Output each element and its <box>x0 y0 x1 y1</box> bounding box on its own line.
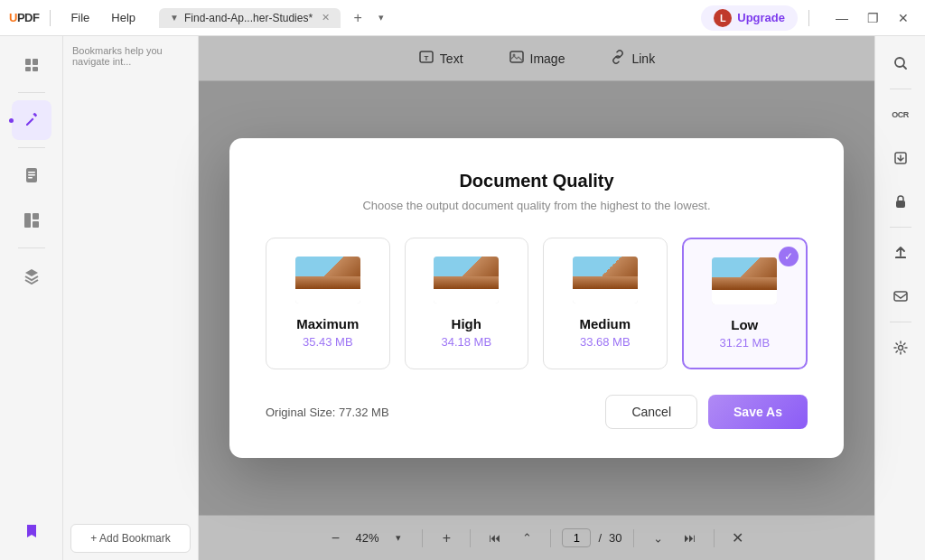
svg-rect-10 <box>33 221 39 228</box>
quality-name-maximum: Maximum <box>296 316 359 331</box>
titlebar-tab[interactable]: ▼ Find-and-Ap...her-Studies* ✕ <box>159 8 341 28</box>
sidebar-sep-1 <box>18 92 45 93</box>
sidebar-icon-edit[interactable] <box>12 100 51 140</box>
left-sidebar <box>0 36 63 560</box>
close-button[interactable]: ✕ <box>891 5 916 31</box>
pages-icon <box>23 56 41 74</box>
tab-name: Find-and-Ap...her-Studies* <box>184 12 313 24</box>
quality-card-low[interactable]: ✓ Low 31.21 MB <box>682 238 808 369</box>
svg-rect-2 <box>25 67 31 71</box>
menu-file[interactable]: File <box>61 7 98 28</box>
settings-icon <box>892 340 909 356</box>
cancel-button[interactable]: Cancel <box>605 395 697 429</box>
window-controls: — ❐ ✕ <box>829 5 916 31</box>
secure-button[interactable] <box>883 183 919 219</box>
quality-card-maximum[interactable]: ✓ Maximum 35.43 MB <box>266 238 390 369</box>
sidebar-icon-pages[interactable] <box>12 45 51 85</box>
bookmark-hint: Bookmarks help you navigate int... <box>72 45 163 67</box>
titlebar-divider-1 <box>50 10 51 26</box>
sidebar-icon-document[interactable] <box>12 155 51 195</box>
svg-rect-18 <box>894 292 907 301</box>
quality-size-medium: 33.68 MB <box>580 335 631 349</box>
share-icon <box>892 245 909 261</box>
document-quality-dialog: Document Quality Choose the output docum… <box>229 138 844 458</box>
sidebar-sep-2 <box>18 147 45 148</box>
app-logo: UPDF <box>9 11 39 24</box>
tab-dropdown-arrow: ▼ <box>170 13 179 23</box>
titlebar: UPDF File Help ▼ Find-and-Ap...her-Studi… <box>0 0 925 36</box>
tab-close-icon[interactable]: ✕ <box>322 12 330 23</box>
upgrade-label: Upgrade <box>737 11 785 24</box>
logo-u: U <box>9 11 17 24</box>
sidebar-icon-bookmark[interactable] <box>12 511 51 551</box>
search-panel-button[interactable] <box>883 45 919 81</box>
titlebar-menu: File Help <box>61 7 145 28</box>
panel-content: Bookmarks help you navigate int... <box>63 36 198 517</box>
sidebar-icon-layers[interactable] <box>12 256 51 295</box>
upgrade-button[interactable]: L Upgrade <box>701 5 798 31</box>
svg-rect-3 <box>33 67 38 71</box>
quality-options: ✓ Maximum 35.43 MB ✓ <box>266 238 808 369</box>
tab-arrow-button[interactable]: ▾ <box>378 12 384 23</box>
quality-card-medium[interactable]: ✓ Medium 33.68 MB <box>543 238 668 369</box>
add-bookmark-button[interactable]: + Add Bookmark <box>70 524 191 553</box>
quality-card-high[interactable]: ✓ High 34.18 MB <box>405 238 529 369</box>
dialog-footer: Original Size: 77.32 MB Cancel Save As <box>266 395 808 429</box>
main-layout: Bookmarks help you navigate int... + Add… <box>0 36 925 560</box>
sidebar-sep-3 <box>18 247 45 248</box>
svg-rect-6 <box>28 174 35 176</box>
edit-icon <box>23 111 41 129</box>
quality-size-maximum: 35.43 MB <box>303 335 353 349</box>
extract-icon <box>892 150 909 166</box>
content-area: T Text Image <box>199 36 874 560</box>
check-low: ✓ <box>779 247 799 266</box>
new-tab-button[interactable]: + <box>348 8 368 28</box>
extract-button[interactable] <box>883 140 919 176</box>
lock-icon <box>892 193 909 210</box>
dialog-title: Document Quality <box>266 171 808 191</box>
bookmark-icon <box>23 522 41 540</box>
quality-name-low: Low <box>731 317 758 332</box>
search-icon <box>892 55 909 71</box>
dialog-actions: Cancel Save As <box>605 395 808 429</box>
right-sidebar: OCR <box>874 36 925 560</box>
right-sidebar-sep-2 <box>890 227 911 228</box>
left-panel: Bookmarks help you navigate int... + Add… <box>63 36 199 560</box>
layers-icon <box>23 266 41 285</box>
svg-rect-1 <box>33 59 38 65</box>
quality-name-high: High <box>452 316 481 331</box>
dialog-subtitle: Choose the output document quality from … <box>266 199 808 212</box>
layout-icon <box>23 211 41 229</box>
thumbnail-low <box>712 257 777 304</box>
menu-help[interactable]: Help <box>102 7 145 28</box>
svg-point-19 <box>898 346 902 350</box>
titlebar-divider-2 <box>808 10 809 26</box>
svg-rect-9 <box>33 213 39 219</box>
document-icon <box>23 166 41 184</box>
dialog-overlay: Document Quality Choose the output docum… <box>199 36 874 560</box>
minimize-button[interactable]: — <box>829 5 855 31</box>
svg-rect-0 <box>25 59 31 65</box>
share-button[interactable] <box>883 235 919 271</box>
thumbnail-medium <box>573 257 638 303</box>
svg-rect-7 <box>28 177 33 179</box>
settings-button[interactable] <box>883 330 919 366</box>
ocr-button[interactable]: OCR <box>883 97 919 133</box>
quality-size-low: 31.21 MB <box>719 336 770 350</box>
thumbnail-maximum <box>295 257 360 303</box>
save-as-button[interactable]: Save As <box>708 395 808 429</box>
svg-rect-17 <box>896 201 905 208</box>
thumbnail-high <box>434 257 499 303</box>
right-sidebar-sep-1 <box>890 89 911 89</box>
quality-name-medium: Medium <box>579 316 631 331</box>
restore-button[interactable]: ❐ <box>860 5 885 31</box>
email-button[interactable] <box>883 278 919 314</box>
svg-rect-8 <box>24 213 31 228</box>
sidebar-icon-layout[interactable] <box>12 201 51 240</box>
quality-size-high: 34.18 MB <box>441 335 491 349</box>
right-sidebar-sep-3 <box>890 322 911 322</box>
svg-rect-5 <box>28 172 35 173</box>
user-avatar: L <box>714 9 732 27</box>
logo-pdf: PDF <box>17 11 40 24</box>
email-icon <box>892 288 909 304</box>
